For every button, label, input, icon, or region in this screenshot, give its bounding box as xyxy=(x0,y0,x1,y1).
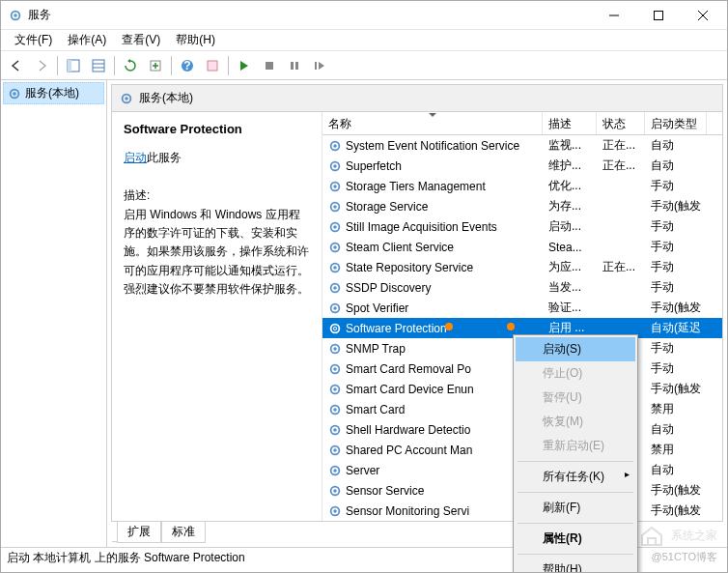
gear-icon xyxy=(328,281,342,295)
svg-rect-3 xyxy=(655,11,663,19)
service-desc-cell: 验证... xyxy=(543,298,597,318)
menu-file[interactable]: 文件(F) xyxy=(7,30,60,50)
svg-point-44 xyxy=(333,347,337,351)
gear-icon xyxy=(328,504,342,518)
desc-label: 描述: xyxy=(124,187,310,204)
service-desc-cell: 为存... xyxy=(543,196,597,216)
gear-icon xyxy=(328,322,342,335)
svg-text:?: ? xyxy=(183,59,190,72)
start-link[interactable]: 启动 xyxy=(124,151,147,164)
pause-button[interactable] xyxy=(283,54,306,77)
service-desc-cell: 优化... xyxy=(543,176,597,196)
service-type-cell: 手动 xyxy=(645,257,707,277)
help-button[interactable]: ? xyxy=(176,54,199,77)
toolbar-view2[interactable] xyxy=(87,54,110,77)
gear-icon xyxy=(328,464,342,477)
svg-point-36 xyxy=(333,266,337,270)
service-name-cell: Shell Hardware Detectio xyxy=(346,423,470,437)
service-desc-cell: 启动... xyxy=(543,216,597,237)
svg-point-54 xyxy=(333,448,337,452)
svg-point-32 xyxy=(333,225,337,229)
service-type-cell: 手动 xyxy=(645,358,707,379)
svg-point-20 xyxy=(13,92,16,96)
stop-button[interactable] xyxy=(258,54,281,77)
service-row[interactable]: Still Image Acquisition Events启动...手动 xyxy=(322,216,722,237)
tab-extended[interactable]: 扩展 xyxy=(117,522,161,543)
desc-text: 启用 Windows 和 Windows 应用程序的数字许可证的下载、安装和实施… xyxy=(124,206,310,299)
ctx-item[interactable]: 帮助(H) xyxy=(516,558,635,573)
tree-root[interactable]: 服务(本地) xyxy=(3,82,104,104)
col-status[interactable]: 状态 xyxy=(597,112,645,134)
svg-rect-14 xyxy=(208,61,217,71)
col-type[interactable]: 启动类型 xyxy=(645,112,707,134)
service-name-cell: Smart Card xyxy=(346,403,405,416)
svg-point-50 xyxy=(333,408,337,412)
svg-point-60 xyxy=(333,509,337,513)
service-row[interactable]: State Repository Service为应...正在...手动 xyxy=(322,257,722,277)
refresh-button[interactable] xyxy=(119,54,142,77)
menu-action[interactable]: 操作(A) xyxy=(60,30,114,50)
service-row[interactable]: System Event Notification Service监视...正在… xyxy=(322,135,722,156)
toolbar-props[interactable] xyxy=(201,54,224,77)
service-name-cell: Still Image Acquisition Events xyxy=(346,220,497,234)
service-desc-cell: 当发... xyxy=(543,277,597,298)
menu-view[interactable]: 查看(V) xyxy=(114,30,168,50)
ctx-item: 恢复(M) xyxy=(516,410,635,434)
service-type-cell: 手动(触发 xyxy=(645,196,707,216)
window-title: 服务 xyxy=(28,7,592,23)
service-row[interactable]: Storage Tiers Management优化...手动 xyxy=(322,176,722,196)
back-button[interactable] xyxy=(5,54,28,77)
svg-rect-17 xyxy=(295,62,298,70)
service-type-cell: 禁用 xyxy=(645,399,707,419)
minimize-button[interactable] xyxy=(592,1,636,30)
service-status-cell xyxy=(597,225,645,229)
maximize-button[interactable] xyxy=(636,1,681,30)
ctx-item[interactable]: 属性(R) xyxy=(516,527,635,551)
service-type-cell: 手动(触发 xyxy=(645,298,707,318)
service-desc-cell: 为应... xyxy=(543,257,597,277)
ctx-item[interactable]: 所有任务(K) xyxy=(516,465,635,489)
svg-point-30 xyxy=(333,205,337,209)
col-name[interactable]: 名称 xyxy=(322,112,543,134)
export-button[interactable] xyxy=(144,54,167,77)
service-type-cell: 手动 xyxy=(645,338,707,358)
close-button[interactable] xyxy=(681,1,725,30)
forward-button[interactable] xyxy=(30,54,53,77)
svg-point-40 xyxy=(333,306,337,310)
play-button[interactable] xyxy=(233,54,256,77)
service-status-cell xyxy=(597,286,645,290)
ctx-item: 暂停(U) xyxy=(516,386,635,410)
restart-button[interactable] xyxy=(308,54,331,77)
service-row[interactable]: Steam Client ServiceStea...手动 xyxy=(322,237,722,257)
gear-icon xyxy=(328,220,342,234)
service-type-cell: 自动 xyxy=(645,419,707,440)
service-row[interactable]: Superfetch维护...正在...自动 xyxy=(322,156,722,176)
service-name-cell: Sensor Service xyxy=(346,484,424,498)
tab-standard[interactable]: 标准 xyxy=(161,522,206,543)
service-name-cell: Server xyxy=(346,464,379,477)
service-desc-cell: 维护... xyxy=(543,156,597,176)
col-desc[interactable]: 描述 xyxy=(543,112,597,134)
ctx-item[interactable]: 启动(S) xyxy=(516,337,635,361)
gear-icon xyxy=(328,159,342,173)
service-row[interactable]: SSDP Discovery当发...手动 xyxy=(322,277,722,298)
service-name-cell: System Event Notification Service xyxy=(346,139,519,153)
titlebar: 服务 xyxy=(1,1,727,30)
gear-icon xyxy=(328,301,342,315)
menu-help[interactable]: 帮助(H) xyxy=(168,30,223,50)
ctx-item[interactable]: 刷新(F) xyxy=(516,496,635,520)
svg-rect-18 xyxy=(315,62,317,70)
tree-panel: 服务(本地) xyxy=(1,80,107,547)
detail-panel: Software Protection 启动此服务 描述: 启用 Windows… xyxy=(112,112,322,521)
svg-point-56 xyxy=(333,469,337,473)
service-name-cell: Sensor Monitoring Servi xyxy=(346,504,469,518)
service-row[interactable]: Spot Verifier验证...手动(触发 xyxy=(322,298,722,318)
svg-point-42 xyxy=(333,327,337,330)
service-row[interactable]: Storage Service为存...手动(触发 xyxy=(322,196,722,216)
start-suffix: 此服务 xyxy=(147,151,182,164)
gear-icon xyxy=(328,241,342,254)
toolbar: ? xyxy=(1,51,727,80)
service-type-cell: 自动 xyxy=(645,135,707,156)
service-status-cell: 正在... xyxy=(597,257,645,277)
toolbar-view1[interactable] xyxy=(62,54,85,77)
